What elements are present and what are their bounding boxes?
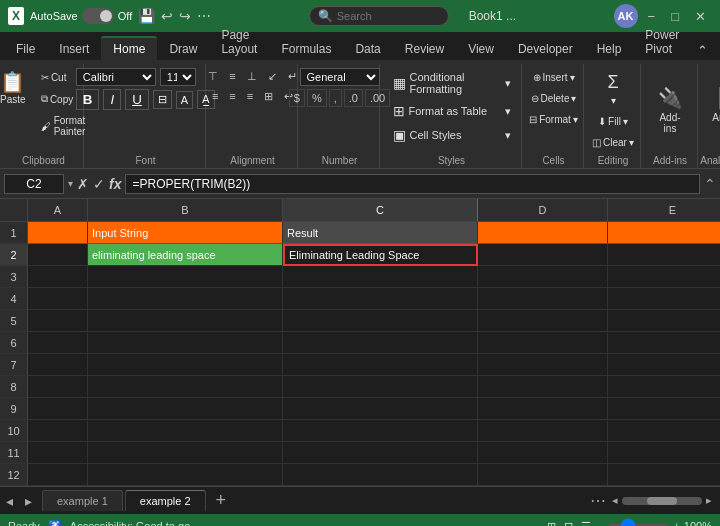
- cell-d6[interactable]: [478, 332, 608, 354]
- cell-c12[interactable]: [283, 464, 478, 486]
- tab-home[interactable]: Home: [101, 36, 157, 60]
- cell-a3[interactable]: [28, 266, 88, 288]
- tab-data[interactable]: Data: [343, 38, 392, 60]
- align-left-icon[interactable]: ≡: [208, 88, 222, 105]
- cell-d2[interactable]: [478, 244, 608, 266]
- tab-draw[interactable]: Draw: [157, 38, 209, 60]
- cell-c9[interactable]: [283, 398, 478, 420]
- tab-help[interactable]: Help: [585, 38, 634, 60]
- minimize-button[interactable]: −: [642, 7, 662, 26]
- cell-e8[interactable]: [608, 376, 720, 398]
- cell-reference-input[interactable]: [4, 174, 64, 194]
- redo-icon[interactable]: ↪: [179, 8, 191, 24]
- row-header-3[interactable]: 3: [0, 266, 28, 288]
- align-bottom-icon[interactable]: ⊥: [243, 68, 261, 85]
- cell-e3[interactable]: [608, 266, 720, 288]
- scroll-bar[interactable]: [622, 497, 702, 505]
- cell-e1[interactable]: [608, 222, 720, 244]
- cell-c7[interactable]: [283, 354, 478, 376]
- cell-b1[interactable]: Input String: [88, 222, 283, 244]
- tab-view[interactable]: View: [456, 38, 506, 60]
- tab-formulas[interactable]: Formulas: [269, 38, 343, 60]
- cell-e10[interactable]: [608, 420, 720, 442]
- cell-d5[interactable]: [478, 310, 608, 332]
- cell-styles-button[interactable]: ▣ Cell Styles ▾: [387, 124, 517, 146]
- cancel-formula-icon[interactable]: ✗: [77, 176, 89, 192]
- cell-d9[interactable]: [478, 398, 608, 420]
- page-break-btn[interactable]: ⊟: [564, 520, 573, 527]
- cell-d7[interactable]: [478, 354, 608, 376]
- page-layout-btn[interactable]: ⊞: [547, 520, 556, 527]
- cell-c11[interactable]: [283, 442, 478, 464]
- undo-icon[interactable]: ↩: [161, 8, 173, 24]
- row-header-12[interactable]: 12: [0, 464, 28, 486]
- cell-b12[interactable]: [88, 464, 283, 486]
- more-icon[interactable]: ⋯: [197, 8, 211, 24]
- autosave-pill[interactable]: [82, 8, 114, 24]
- fill-button[interactable]: ⬇Fill▾: [592, 112, 634, 131]
- row-header-5[interactable]: 5: [0, 310, 28, 332]
- formula-input[interactable]: [125, 174, 700, 194]
- italic-button[interactable]: I: [103, 89, 121, 110]
- cell-c6[interactable]: [283, 332, 478, 354]
- row-header-4[interactable]: 4: [0, 288, 28, 310]
- cell-d3[interactable]: [478, 266, 608, 288]
- cell-e2[interactable]: [608, 244, 720, 266]
- decrease-decimal-icon[interactable]: .0: [344, 89, 363, 107]
- format-as-table-button[interactable]: ⊞ Format as Table ▾: [387, 100, 517, 122]
- cell-d8[interactable]: [478, 376, 608, 398]
- cell-a12[interactable]: [28, 464, 88, 486]
- cell-a9[interactable]: [28, 398, 88, 420]
- cell-a2[interactable]: [28, 244, 88, 266]
- cell-e7[interactable]: [608, 354, 720, 376]
- cell-b2[interactable]: eliminating leading space: [88, 244, 283, 266]
- ribbon-collapse-btn[interactable]: ⌃: [691, 41, 714, 60]
- cell-b3[interactable]: [88, 266, 283, 288]
- cell-c1[interactable]: Result: [283, 222, 478, 244]
- fill-color-icon[interactable]: A: [176, 91, 193, 109]
- insert-function-icon[interactable]: fx: [109, 176, 121, 192]
- autosum-button[interactable]: Σ ▾: [595, 68, 631, 110]
- sheet-tab-example1[interactable]: example 1: [42, 490, 123, 511]
- cell-c5[interactable]: [283, 310, 478, 332]
- cell-c2[interactable]: Eliminating Leading Space: [283, 244, 478, 266]
- expand-formula-btn[interactable]: ⌃: [704, 176, 716, 192]
- cell-d4[interactable]: [478, 288, 608, 310]
- scroll-left-icon[interactable]: ◂: [612, 494, 618, 507]
- align-right-icon[interactable]: ≡: [243, 88, 257, 105]
- col-header-e[interactable]: E: [608, 199, 720, 221]
- cell-e12[interactable]: [608, 464, 720, 486]
- autosave-toggle[interactable]: AutoSave Off: [30, 8, 132, 24]
- align-top-icon[interactable]: ⊤: [204, 68, 222, 85]
- cell-b10[interactable]: [88, 420, 283, 442]
- font-size-select[interactable]: 11: [160, 68, 196, 86]
- cell-c10[interactable]: [283, 420, 478, 442]
- sheet-options-button[interactable]: ⋯: [590, 491, 606, 510]
- cell-b6[interactable]: [88, 332, 283, 354]
- row-header-6[interactable]: 6: [0, 332, 28, 354]
- cell-a4[interactable]: [28, 288, 88, 310]
- col-header-c[interactable]: C: [283, 199, 478, 221]
- sheet-nav-left[interactable]: ◂: [0, 493, 19, 509]
- analyze-data-button[interactable]: 📊 AnalyzeData: [706, 82, 720, 138]
- close-button[interactable]: ✕: [689, 7, 712, 26]
- row-header-11[interactable]: 11: [0, 442, 28, 464]
- zoom-out-icon[interactable]: −: [599, 520, 605, 526]
- tab-review[interactable]: Review: [393, 38, 456, 60]
- normal-view-btn[interactable]: ☰: [581, 520, 591, 527]
- cell-e11[interactable]: [608, 442, 720, 464]
- tab-developer[interactable]: Developer: [506, 38, 585, 60]
- cell-b8[interactable]: [88, 376, 283, 398]
- orientation-icon[interactable]: ↙: [264, 68, 281, 85]
- row-header-2[interactable]: 2: [0, 244, 28, 266]
- sheet-tab-example2[interactable]: example 2: [125, 490, 206, 511]
- save-icon[interactable]: 💾: [138, 8, 155, 24]
- row-header-7[interactable]: 7: [0, 354, 28, 376]
- confirm-formula-icon[interactable]: ✓: [93, 176, 105, 192]
- underline-button[interactable]: U: [125, 89, 149, 110]
- currency-icon[interactable]: $: [289, 89, 305, 107]
- delete-cells-button[interactable]: ⊖Delete▾: [525, 89, 583, 108]
- col-header-d[interactable]: D: [478, 199, 608, 221]
- format-cells-button[interactable]: ⊟Format▾: [523, 110, 584, 129]
- scroll-right-icon[interactable]: ▸: [706, 494, 712, 507]
